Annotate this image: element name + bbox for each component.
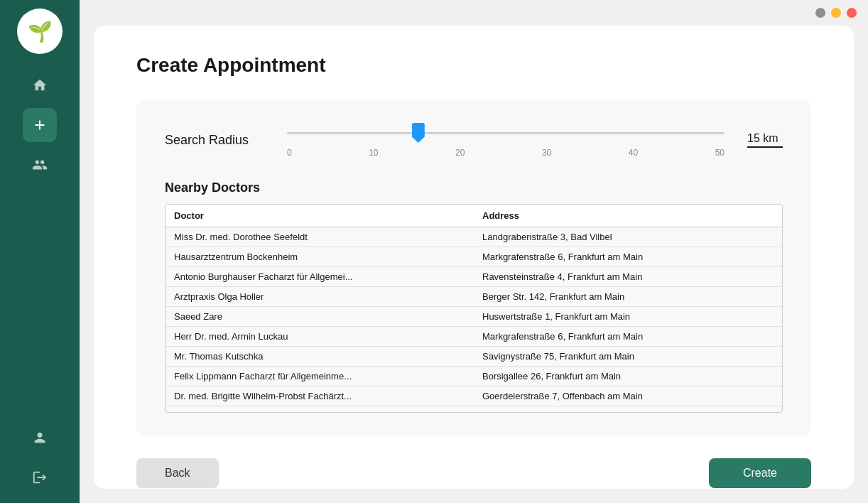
add-icon xyxy=(32,117,48,133)
search-radius-label: Search Radius xyxy=(165,133,264,148)
home-icon xyxy=(32,77,48,93)
slider-ticks: 0 10 20 30 40 50 xyxy=(287,148,725,158)
traffic-light-grid xyxy=(815,8,825,18)
table-row[interactable]: Herr Dr. med. Armin LuckauMarkgrafenstra… xyxy=(166,327,782,347)
doctor-address: Savignystraße 75, Frankfurt am Main xyxy=(474,347,782,367)
doctor-name: Miss Dr. med. Dorothee Seefeldt xyxy=(166,227,474,247)
doctor-name: Arztpraxis Olga Holler xyxy=(166,287,474,307)
nearby-doctors-title: Nearby Doctors xyxy=(165,180,783,195)
button-row: Back Create xyxy=(136,458,811,488)
sidebar-item-home[interactable] xyxy=(23,68,57,102)
doctor-address: Landgrabenstraße 3, Bad Vilbel xyxy=(474,227,782,247)
doctor-name: Dr. med. Brigitte Wilhelm-Probst Fachärz… xyxy=(166,386,474,406)
table-row[interactable]: Dr. med. Brigitte Wilhelm-Probst Fachärz… xyxy=(166,386,782,406)
table-row[interactable]: Felix Lippmann Facharzt für Allgemeinme.… xyxy=(166,367,782,386)
doctor-address: Adickesallee 51, Frankfurt am Main xyxy=(474,406,782,412)
col-address: Address xyxy=(474,205,782,227)
create-button[interactable]: Create xyxy=(709,458,811,488)
app-logo: 🌱 xyxy=(17,9,63,54)
table-row[interactable]: Mr. Thomas KutschkaSavignystraße 75, Fra… xyxy=(166,347,782,367)
sidebar-item-profile[interactable] xyxy=(23,421,57,455)
table-body[interactable]: Miss Dr. med. Dorothee SeefeldtLandgrabe… xyxy=(166,227,782,412)
table-row[interactable]: Saeed ZareHuswertstraße 1, Frankfurt am … xyxy=(166,307,782,327)
main-card: Search Radius 0 10 20 30 40 50 xyxy=(136,99,811,436)
tick-0: 0 xyxy=(287,148,292,158)
doctors-table: Doctor Address Miss Dr. med. Dorothee Se… xyxy=(166,205,782,412)
table-row[interactable]: Antonio Burghauser Facharzt für Allgemei… xyxy=(166,267,782,287)
profile-icon xyxy=(32,430,48,445)
table-row[interactable]: Arztpraxis Olga HollerBerger Str. 142, F… xyxy=(166,287,782,307)
doctor-name: Mr. Thomas Kutschka xyxy=(166,347,474,367)
table-row[interactable]: Miss Dr. med. Dorothee SeefeldtLandgrabe… xyxy=(166,227,782,247)
tick-20: 20 xyxy=(455,148,465,158)
doctor-name: Antonio Burghauser Facharzt für Allgemei… xyxy=(166,267,474,287)
radius-value: 15 km xyxy=(747,132,783,148)
sidebar: 🌱 xyxy=(0,0,80,503)
doctor-name: Jana Avrutina Specialist f. General Medi… xyxy=(166,406,474,412)
table-header: Doctor Address xyxy=(166,205,782,227)
top-bar xyxy=(80,0,868,26)
logout-icon xyxy=(32,470,48,485)
tick-10: 10 xyxy=(369,148,378,158)
tick-30: 30 xyxy=(542,148,551,158)
doctor-address: Berger Str. 142, Frankfurt am Main xyxy=(474,287,782,307)
main-content: Create Appointment Search Radius 0 10 xyxy=(80,0,868,503)
doctor-address: Borsigallee 26, Frankfurt am Main xyxy=(474,367,782,386)
doctors-table-container: Doctor Address Miss Dr. med. Dorothee Se… xyxy=(165,204,783,413)
sidebar-item-logout[interactable] xyxy=(23,460,57,494)
sidebar-item-team-settings[interactable] xyxy=(23,148,57,182)
doctor-name: Felix Lippmann Facharzt für Allgemeinme.… xyxy=(166,367,474,386)
logo-icon: 🌱 xyxy=(28,20,53,43)
slider-wrapper[interactable] xyxy=(287,122,725,144)
doctor-address: Markgrafenstraße 6, Frankfurt am Main xyxy=(474,247,782,267)
doctor-name: Herr Dr. med. Armin Luckau xyxy=(166,327,474,347)
doctor-address: Huswertstraße 1, Frankfurt am Main xyxy=(474,307,782,327)
sidebar-item-add[interactable] xyxy=(23,108,57,142)
content-area: Create Appointment Search Radius 0 10 xyxy=(94,26,854,489)
doctor-name: Saeed Zare xyxy=(166,307,474,327)
search-radius-section: Search Radius 0 10 20 30 40 50 xyxy=(165,122,783,158)
tick-40: 40 xyxy=(629,148,638,158)
table-row[interactable]: Hausarztzentrum BockenheimMarkgrafenstra… xyxy=(166,247,782,267)
page-title: Create Appointment xyxy=(136,54,811,77)
doctor-address: Markgrafenstraße 6, Frankfurt am Main xyxy=(474,327,782,347)
doctor-address: Goerdelerstraße 7, Offenbach am Main xyxy=(474,386,782,406)
team-settings-icon xyxy=(32,157,48,173)
slider-container: 0 10 20 30 40 50 xyxy=(287,122,725,158)
doctor-address: Ravensteinstraße 4, Frankfurt am Main xyxy=(474,267,782,287)
col-doctor: Doctor xyxy=(166,205,474,227)
tick-50: 50 xyxy=(715,148,725,158)
back-button[interactable]: Back xyxy=(136,458,219,488)
traffic-light-close xyxy=(847,8,857,18)
traffic-light-minimize xyxy=(831,8,841,18)
doctor-name: Hausarztzentrum Bockenheim xyxy=(166,247,474,267)
table-row[interactable]: Jana Avrutina Specialist f. General Medi… xyxy=(166,406,782,412)
